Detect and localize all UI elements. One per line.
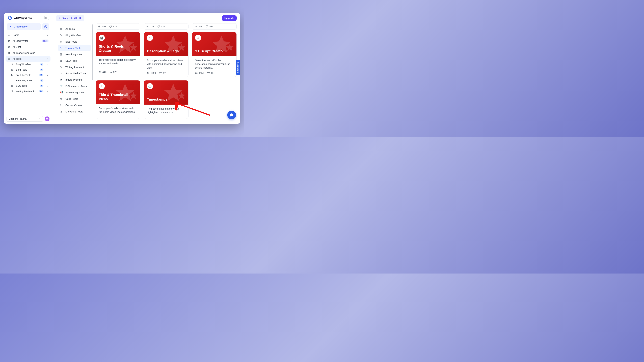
nav-ai-image[interactable]: ▣ AI Image Generator	[6, 50, 50, 56]
image-icon: ▣	[60, 78, 63, 81]
svg-point-5	[148, 26, 148, 27]
eye-icon	[99, 71, 102, 73]
subnav-youtube-tools[interactable]: ▷ Youtube Tools 17 ⌄	[9, 72, 50, 78]
count-badge: 8	[40, 68, 44, 71]
card-body: Boost your YouTube views with top-notch …	[96, 104, 140, 118]
heart-icon	[206, 25, 208, 28]
chat-icon: ◉	[8, 45, 10, 48]
chevron-down-icon: ⌄	[47, 63, 48, 65]
history-button[interactable]	[42, 23, 49, 30]
cat-blog-workflow[interactable]: ✎Blog Workflow	[58, 32, 91, 38]
svg-point-7	[100, 72, 100, 72]
create-new-button[interactable]: ＋ Create New ›	[7, 23, 41, 30]
nav-ai-chat[interactable]: ◉ AI Chat	[6, 44, 50, 50]
upgrade-label: Upgrade	[224, 17, 234, 19]
cat-course-creator[interactable]: ▯Course Creator	[58, 102, 91, 108]
cat-blog-tools[interactable]: ▤Blog Tools	[58, 38, 91, 45]
likes-value: 314	[113, 25, 117, 28]
count-badge: 8	[40, 85, 44, 87]
previous-cards-stats: 55K 314 11K 136 35K 304	[96, 23, 237, 30]
cat-label: Rewriting Tools	[66, 53, 82, 56]
briefcase-icon: 🗀	[8, 57, 10, 60]
cat-seo-tools[interactable]: ▦SEO Tools	[58, 57, 91, 64]
heart-icon	[159, 72, 162, 74]
likes-value: 136	[161, 25, 165, 28]
cat-advertising[interactable]: 📢Advertising Tools	[58, 89, 91, 95]
share-icon: ⇄	[11, 79, 14, 82]
count-badge: 24	[39, 90, 44, 92]
user-menu[interactable]: Chandra Prabha ⌃	[6, 116, 43, 122]
cat-writing-assistant[interactable]: ✎Writing Assistant	[58, 64, 91, 70]
brand-name: GravityWrite	[14, 16, 32, 19]
tool-card-description-tags[interactable]: 🏷 Description & Tags Boost your YouTube …	[144, 32, 188, 77]
feedback-tab[interactable]: Feedback	[236, 60, 240, 75]
image-icon: ▣	[8, 51, 10, 54]
seo-icon: ▦	[60, 59, 63, 62]
subnav-blog-workflow[interactable]: ✎ Blog Workflow 4 ⌄	[9, 62, 50, 67]
cat-social-media[interactable]: ∞Social Media Tools	[58, 70, 91, 76]
subnav-seo-tools[interactable]: ▦ SEO Tools 8 ⌄	[9, 83, 50, 88]
subnav-label: Blog Workflow	[16, 63, 31, 66]
nav-home[interactable]: ⌂ Home ⌄	[6, 32, 50, 38]
cat-label: Youtube Tools	[66, 46, 81, 49]
cat-rewriting-tools[interactable]: ▥Rewriting Tools	[58, 51, 91, 57]
sparkle-icon: ✦	[59, 16, 61, 19]
tool-card-timestamps[interactable]: 🕘 Timestamps Find key points instantly w…	[144, 80, 188, 119]
cat-image-prompts[interactable]: ▣Image Prompts	[58, 76, 91, 83]
youtube-icon: ▷	[60, 46, 63, 49]
cat-ecommerce[interactable]: 🛒E-Commerce Tools	[58, 83, 91, 89]
switch-ui-button[interactable]: ✦ Switch to Old UI	[56, 15, 84, 21]
upgrade-button[interactable]: Upgrade	[222, 15, 237, 21]
clock-icon: 🕘	[147, 83, 153, 89]
tool-card-title-thumbnail[interactable]: T Title & Thumbnail Ideas Boost your You…	[96, 80, 140, 119]
tool-card-shorts-reels[interactable]: 🎬 Shorts & Reels Creator Turn your video…	[96, 32, 140, 77]
cat-label: Blog Tools	[66, 40, 77, 43]
tool-card-yt-script[interactable]: 🗒 YT Script Creator Save time and effort…	[192, 32, 237, 77]
eye-icon	[195, 25, 198, 28]
tag-icon: 🏷	[147, 35, 153, 41]
card-header: 🏷 Description & Tags	[144, 32, 188, 56]
cat-label: Advertising Tools	[66, 91, 84, 94]
eye-icon	[146, 25, 149, 28]
card-title: Timestamps	[147, 97, 185, 101]
chat-fab-button[interactable]	[227, 111, 236, 119]
likes-value: 1K	[211, 72, 214, 74]
subnav-rewriting-tools[interactable]: ⇄ Rewriting Tools 4 ⌄	[9, 78, 50, 83]
megaphone-icon: 📢	[60, 91, 63, 94]
eye-icon	[195, 72, 198, 74]
cat-marketing[interactable]: ◎Marketing Tools	[58, 108, 91, 115]
count-badge: 4	[40, 79, 44, 82]
switch-ui-label: Switch to Old UI	[62, 17, 82, 19]
subnav-blog-tools[interactable]: ▤ Blog Tools 8 ⌄	[9, 67, 50, 72]
chevron-down-icon: ⌄	[47, 34, 48, 36]
cat-all-tools[interactable]: ≣All Tools	[58, 26, 91, 32]
user-name: Chandra Prabha	[9, 117, 26, 120]
cat-code-tools[interactable]: ⊘Code Tools	[58, 95, 91, 102]
heart-icon	[110, 71, 112, 73]
card-grid: 🎬 Shorts & Reels Creator Turn your video…	[96, 32, 237, 119]
main: ✦ Switch to Old UI Upgrade ≣All Tools ✎B…	[52, 13, 240, 124]
card-description: Save time and effort by generating capti…	[195, 58, 234, 69]
nav-blog-writer[interactable]: 🗎 AI Blog Writer New	[6, 38, 50, 44]
views-value: 55K	[102, 25, 106, 28]
nav-blog-writer-label: AI Blog Writer	[12, 39, 28, 42]
heart-icon	[109, 25, 112, 28]
svg-point-6	[196, 26, 196, 27]
cart-icon: 🛒	[60, 84, 63, 87]
sidebar-nav: ⌂ Home ⌄ 🗎 AI Blog Writer New ◉ AI Chat …	[4, 31, 52, 114]
pen-icon: ✎	[11, 90, 14, 92]
card-body: Save time and effort by generating capti…	[192, 56, 236, 71]
workflow-icon: ✎	[11, 63, 14, 66]
cat-youtube-tools[interactable]: ▷Youtube Tools	[58, 45, 91, 51]
nav-ai-tools[interactable]: 🗀 AI Tools ⌃	[6, 56, 50, 62]
card-description: Boost your YouTube views with top-notch …	[99, 106, 137, 114]
sidebar-collapse-button[interactable]	[44, 16, 49, 20]
user-avatar[interactable]: ✱	[45, 116, 50, 121]
blog-icon: ▤	[60, 40, 63, 43]
card-header: 🕘 Timestamps	[144, 80, 188, 104]
subnav-writing-assistant[interactable]: ✎ Writing Assistant 24 ⌄	[9, 88, 50, 94]
subnav-label: Rewriting Tools	[16, 79, 32, 82]
cat-label: SEO Tools	[66, 59, 77, 62]
brand-logo[interactable]: GravityWrite	[8, 15, 32, 20]
chevron-up-icon: ⌃	[39, 117, 41, 120]
